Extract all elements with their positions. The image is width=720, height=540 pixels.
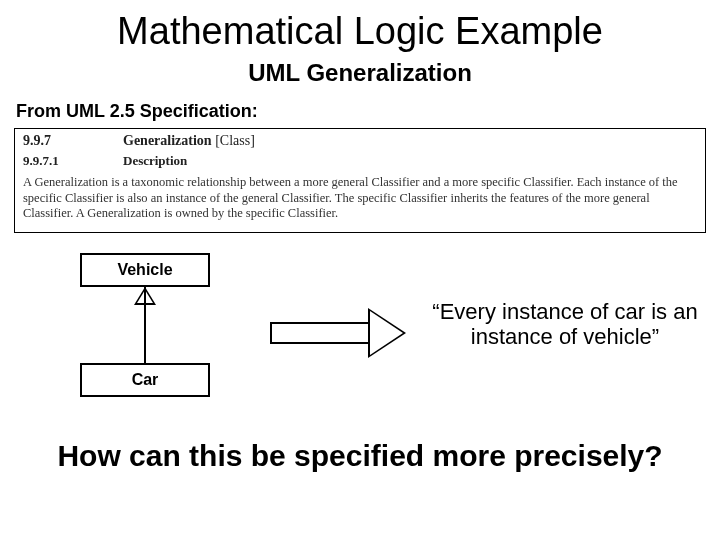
- spec-subsection-number: 9.9.7.1: [23, 153, 83, 169]
- implies-arrow-head: [368, 308, 406, 358]
- spec-heading-row: 9.9.7 Generalization [Class]: [23, 133, 697, 149]
- diagram-area: Vehicle Car “Every instance of car is an…: [0, 233, 720, 433]
- uml-class-car: Car: [80, 363, 210, 397]
- uml-class-vehicle: Vehicle: [80, 253, 210, 287]
- spec-section-name: Generalization: [123, 133, 212, 148]
- spec-subsection-title: Description: [123, 153, 187, 169]
- spec-subheading-row: 9.9.7.1 Description: [23, 153, 697, 169]
- spec-section-number: 9.9.7: [23, 133, 83, 149]
- slide-subtitle: UML Generalization: [0, 59, 720, 87]
- spec-body-text: A Generalization is a taxonomic relation…: [23, 175, 697, 222]
- spec-section-title: Generalization [Class]: [123, 133, 255, 149]
- spec-excerpt-box: 9.9.7 Generalization [Class] 9.9.7.1 Des…: [14, 128, 706, 233]
- spec-source-label: From UML 2.5 Specification:: [16, 101, 720, 122]
- semantics-quote: “Every instance of car is an instance of…: [430, 299, 700, 350]
- slide-title: Mathematical Logic Example: [0, 10, 720, 53]
- spec-section-class: [Class]: [215, 133, 255, 148]
- implies-arrow-icon: [270, 308, 410, 358]
- closing-question: How can this be specified more precisely…: [0, 439, 720, 473]
- implies-arrow-shaft: [270, 322, 370, 344]
- generalization-line: [144, 287, 146, 363]
